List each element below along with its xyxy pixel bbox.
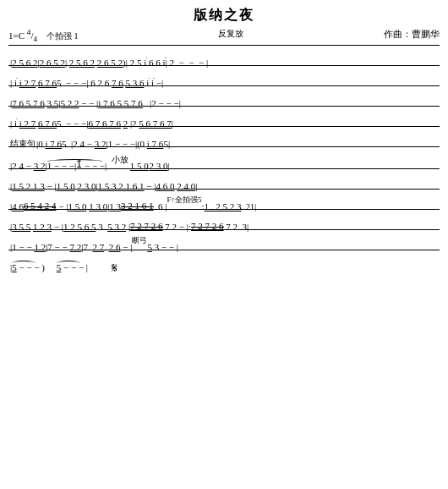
music-row-4: | ·i i 2 7 6 7 65 − − − | 6 7 6 7 6 2 | …	[8, 106, 440, 126]
notes: 2 6 5 2	[40, 63, 65, 63]
page: 版纳之夜 1=C 4/4 个拍强 1 反复放 作曲：曹鹏华 | 2 5 6 2 …	[0, 0, 448, 489]
notes: 2 5 6 2	[12, 63, 37, 63]
composer: 作曲：曹鹏华	[384, 28, 440, 41]
barline: |	[206, 63, 208, 63]
music-row-2: | ·i i 2 7 6 7 65 − − − | 6 2 6 7 6 5 3 …	[8, 65, 440, 85]
key-time-sig: 1=C 4/4 个拍强 1	[8, 28, 79, 43]
barline: |	[166, 63, 167, 63]
music-row-8: | 4 6 6 5 4 2 4 − | 1 5 0 1 3 0 | 1 3 3 …	[8, 189, 440, 209]
music-row-9: | 3 5 5 1 2 3 − | 1 2 5 6 5 3. 5 3 2 | 7…	[8, 209, 440, 229]
notes: 2 5 6 2	[69, 63, 95, 63]
music-row-11: | 5 − − − ) 5 − − − | 𝄋	[8, 250, 440, 270]
notes: 2 6 5 2	[97, 63, 123, 63]
key-sig: 1=C	[8, 30, 27, 41]
music-row-10: | 1 − − 1 2 | 7 − − 7 2 | 7. 2 7 . 2 6 −…	[8, 229, 440, 250]
repeat-mark: 反复放	[218, 28, 243, 40]
music-row-5: 结束句 | 0 i 7 65 | 2 4 − 3 2 | 1 − − − | (…	[8, 126, 440, 146]
barline: |	[126, 63, 128, 63]
header-row: 1=C 4/4 个拍强 1 反复放 作曲：曹鹏华	[8, 28, 440, 43]
barline: |	[65, 63, 67, 63]
music-row-3: | 7 6 5 7 6 3 5 | 5 2 2 − − | i 7 6 5 5 …	[8, 85, 440, 106]
tempo-mark: 个拍强 1	[46, 31, 79, 41]
time-sig: 4/4	[27, 30, 40, 41]
music-row-6: | 2 4 − 3 2 | 1 − − − | 1̂ − − − | 小放 1 …	[8, 146, 440, 168]
page-title: 版纳之夜	[8, 7, 440, 25]
music-row-7: | 1 5 2 1 3 − | 1 5 0 2 3 0 | 1 5 3 2 1 …	[8, 168, 440, 189]
music-row-1: | 2 5 6 2 | 2 6 5 2 | 2 5 6 2 2 6 5 2 ) …	[8, 45, 440, 65]
